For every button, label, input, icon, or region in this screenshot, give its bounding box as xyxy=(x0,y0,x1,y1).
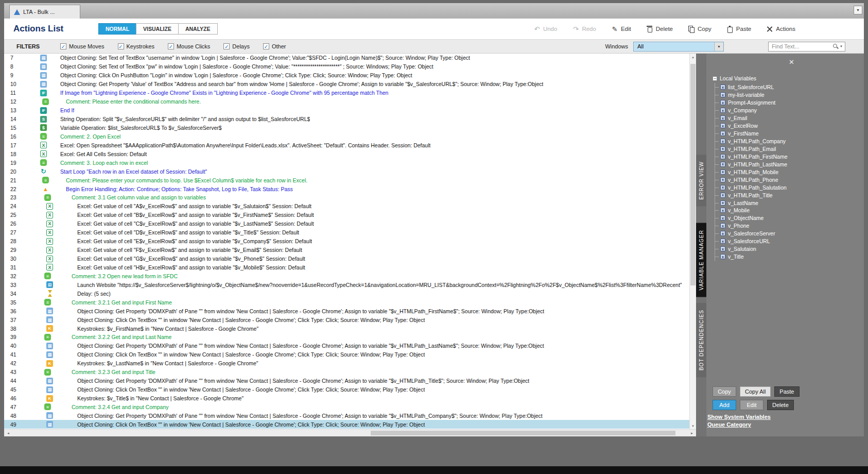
side-tab-variable-manager[interactable]: VARIABLE MANAGER xyxy=(696,223,706,297)
action-row[interactable]: 41▦Object Cloning: Click On TextBox "" i… xyxy=(4,350,696,359)
variable-item[interactable]: xv_HTMLPath_Title xyxy=(715,191,788,199)
action-row[interactable]: 40▦Object Cloning: Get Property 'DOMXPat… xyxy=(4,342,696,350)
action-row[interactable]: 21≡Comment: Please enter your commands t… xyxy=(4,176,696,184)
undo-button[interactable]: ↶Undo xyxy=(534,26,558,32)
window-menu-button[interactable]: ▾ xyxy=(854,6,862,14)
variable-item[interactable]: xv_Phone xyxy=(715,222,788,230)
side-tab-bot-dependencies[interactable]: BOT DEPENDENCIES xyxy=(696,303,706,377)
action-row[interactable]: 30XExcel: Get value of cell "G$v_ExcelRo… xyxy=(4,255,696,263)
paste-button[interactable]: Paste xyxy=(727,26,751,32)
checkbox-icon[interactable]: ✓ xyxy=(60,43,66,49)
variable-item[interactable]: xv_HTMLPath_FirstName xyxy=(715,153,788,160)
variable-tree-root[interactable]: − Local Variables xyxy=(713,75,756,81)
action-row[interactable]: 35≡Comment: 3.2.1 Get and input First Na… xyxy=(4,298,696,307)
action-row[interactable]: 37▦Object Cloning: Click On TextBox "" i… xyxy=(4,315,696,324)
action-row[interactable]: 34Delay: (5 sec) xyxy=(4,289,696,298)
action-row[interactable]: 8▦Object Cloning: Set Text of TextBox "p… xyxy=(4,62,696,71)
scroll-left-button[interactable]: ◄ xyxy=(4,430,12,436)
action-row[interactable]: 43≡Comment: 3.2.3 Get and input Title xyxy=(4,368,696,377)
action-row[interactable]: 17XExcel: Open Spreadsheet "$AAApplicati… xyxy=(4,141,696,149)
variable-item[interactable]: xv_Mobile xyxy=(715,207,788,214)
checkbox-icon[interactable]: ✓ xyxy=(118,43,124,49)
action-row[interactable]: 22▲Begin Error Handling; Action: Continu… xyxy=(4,184,696,193)
actions-button[interactable]: Actions xyxy=(767,26,795,32)
filter-checkbox-mouse-moves[interactable]: ✓Mouse Moves xyxy=(60,43,104,49)
action-row[interactable]: 25XExcel: Get value of cell "B$v_ExcelRo… xyxy=(4,211,696,219)
variable-item[interactable]: xv_Title xyxy=(715,253,788,261)
view-tab-analyze[interactable]: ANALYZE xyxy=(178,23,218,35)
paste-var-button[interactable]: Paste xyxy=(774,386,799,397)
variable-item[interactable]: xv_HTMLPath_LastName xyxy=(715,160,788,168)
variable-item[interactable]: xv_HTMLPath_Company xyxy=(715,138,788,145)
action-row[interactable]: 16≡Comment: 2. Open Excel xyxy=(4,132,696,141)
show-system-variables-link[interactable]: Show System Variables xyxy=(707,413,771,421)
action-row[interactable]: 47≡Comment: 3.2.4 Get and input Company xyxy=(4,403,696,412)
action-row[interactable]: 19≡Comment: 3. Loop each row in excel xyxy=(4,158,696,167)
action-row[interactable]: 10▦Object Cloning: Get Property 'Value' … xyxy=(4,80,696,89)
action-row[interactable]: 28XExcel: Get value of cell "E$v_ExcelRo… xyxy=(4,237,696,246)
action-row[interactable]: 31XExcel: Get value of cell "H$v_ExcelRo… xyxy=(4,263,696,272)
action-row[interactable]: 45▦Object Cloning: Click On TextBox "" i… xyxy=(4,385,696,394)
action-row[interactable]: 14SString Operation: Split "$v_Salesforc… xyxy=(4,115,696,124)
copy-var-button[interactable]: Copy xyxy=(713,386,736,397)
queue-category-link[interactable]: Queue Category xyxy=(707,421,771,429)
close-icon[interactable]: ✕ xyxy=(789,59,794,65)
filter-checkbox-delays[interactable]: ✓Delays xyxy=(223,43,250,49)
variable-item[interactable]: xv_Salutaion xyxy=(715,245,788,253)
action-row[interactable]: 32≡Comment: 3.2 Open new lead form in SF… xyxy=(4,272,696,280)
variable-item[interactable]: xmy-list-variable xyxy=(715,91,788,99)
checkbox-icon[interactable]: ✓ xyxy=(263,43,269,49)
variable-item[interactable]: xv_Email xyxy=(715,114,788,122)
action-row[interactable]: 24XExcel: Get value of cell "A$v_ExcelRo… xyxy=(4,202,696,211)
find-text-input[interactable]: Find Text... ▼ xyxy=(768,42,845,52)
filter-checkbox-other[interactable]: ✓Other xyxy=(263,43,286,49)
variable-item[interactable]: xPrompt-Assignment xyxy=(715,99,788,107)
action-row[interactable]: 48▦Object Cloning: Get Property 'DOMXPat… xyxy=(4,411,696,420)
add-var-button[interactable]: Add xyxy=(713,400,736,410)
delete-var-button[interactable]: Delete xyxy=(767,400,794,410)
action-row[interactable]: 42KKeystrokes: $v_LastName$ in "New Cont… xyxy=(4,359,696,368)
variable-item[interactable]: xv_LastName xyxy=(715,199,788,207)
filter-checkbox-keystrokes[interactable]: ✓Keystrokes xyxy=(118,43,154,49)
copy-button[interactable]: Copy xyxy=(688,26,711,32)
action-row[interactable]: 12≡Comment: Please enter the conditional… xyxy=(4,97,696,106)
variable-item[interactable]: xv_HTMLPath_Phone xyxy=(715,176,788,183)
edit-button[interactable]: ✎Edit xyxy=(612,26,631,32)
search-options-caret-icon[interactable]: ▼ xyxy=(840,45,843,48)
variable-item[interactable]: xv_ExcelRow xyxy=(715,122,788,130)
action-row[interactable]: 44▦Object Cloning: Get Property 'DOMXPat… xyxy=(4,377,696,385)
variable-item[interactable]: xv_ObjectName xyxy=(715,214,788,222)
variable-item[interactable]: xv_Company xyxy=(715,107,788,114)
action-row[interactable]: 13IFEnd If xyxy=(4,106,696,115)
search-icon[interactable] xyxy=(832,43,839,49)
variable-item[interactable]: xv_HTMLPath_Email xyxy=(715,145,788,153)
action-row[interactable]: 26XExcel: Get value of cell "C$v_ExcelRo… xyxy=(4,219,696,228)
variable-item[interactable]: xv_FirstName xyxy=(715,130,788,138)
action-row[interactable]: 36▦Object Cloning: Get Property 'DOMXPat… xyxy=(4,307,696,315)
vertical-scrollbar-thumb[interactable] xyxy=(690,64,696,285)
action-row[interactable]: 29XExcel: Get value of cell "F$v_ExcelRo… xyxy=(4,246,696,255)
copy-all-var-button[interactable]: Copy All xyxy=(740,386,771,397)
window-tab[interactable]: LTA - Bulk ... xyxy=(9,5,80,19)
variable-item[interactable]: xv_SalesforceURL xyxy=(715,238,788,245)
action-row[interactable]: 49▦Object Cloning: Click On TextBox "" i… xyxy=(4,420,696,429)
checkbox-icon[interactable]: ✓ xyxy=(168,43,174,49)
tree-collapse-icon[interactable]: − xyxy=(713,76,717,81)
action-row[interactable]: 11IFIf Image from "Lightning Experience … xyxy=(4,89,696,97)
scroll-up-button[interactable]: ▲ xyxy=(690,54,696,60)
action-row[interactable]: 18XExcel: Get All Cells Session: Default xyxy=(4,149,696,158)
variable-item[interactable]: xv_HTMLPath_Mobile xyxy=(715,168,788,176)
action-row[interactable]: 9▦Object Cloning: Click On PushButton "L… xyxy=(4,71,696,80)
side-tab-error-view[interactable]: ERROR VIEW xyxy=(696,155,706,206)
redo-button[interactable]: ↷Redo xyxy=(572,26,596,32)
variable-item[interactable]: xlist_SalesforceURL xyxy=(715,83,788,91)
action-row[interactable]: 7▦Object Cloning: Set Text of TextBox "u… xyxy=(4,54,696,62)
action-row[interactable]: 27XExcel: Get value of cell "D$v_ExcelRo… xyxy=(4,228,696,237)
delete-button[interactable]: Delete xyxy=(647,25,673,32)
vertical-scrollbar[interactable]: ▲ ▼ xyxy=(689,54,696,429)
action-row[interactable]: 38KKeystrokes: $v_FirstName$ in "New Con… xyxy=(4,324,696,333)
variable-item[interactable]: xv_SalesforceServer xyxy=(715,230,788,238)
action-row[interactable]: 39≡Comment: 3.2.2 Get and input Last Nam… xyxy=(4,333,696,342)
scroll-down-button[interactable]: ▼ xyxy=(690,422,696,429)
edit-var-button[interactable]: Edit xyxy=(740,400,763,410)
